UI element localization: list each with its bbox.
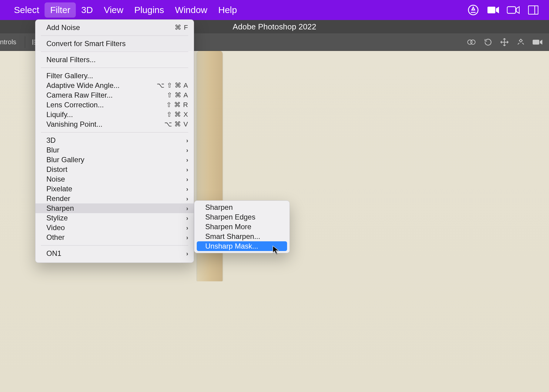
creative-cloud-icon[interactable]	[466, 3, 480, 17]
menu-view[interactable]: View	[98, 2, 129, 18]
video-record-icon[interactable]	[529, 39, 549, 46]
menu-item-label: Liquify...	[46, 110, 73, 119]
menu-item-shortcut: ⌥ ⇧ ⌘ A	[157, 82, 188, 89]
menu-item-shortcut: ⌥ ⌘ V	[164, 120, 188, 128]
scale-icon[interactable]	[513, 38, 529, 47]
menu-separator	[41, 132, 188, 132]
chevron-right-icon: ›	[186, 250, 188, 257]
svg-rect-2	[533, 40, 539, 45]
menu-item-label: Convert for Smart Filters	[46, 39, 126, 48]
menu-item-camera-raw[interactable]: Camera Raw Filter... ⇧ ⌘ A	[35, 90, 194, 100]
menu-item-video[interactable]: Video›	[35, 223, 194, 233]
svg-rect-5	[507, 7, 516, 13]
menu-item-label: Distort	[46, 165, 67, 174]
menu-help[interactable]: Help	[213, 2, 243, 18]
chevron-right-icon: ›	[186, 147, 188, 154]
menu-item-sharpen[interactable]: Sharpen›	[35, 203, 194, 213]
menu-item-label: Filter Gallery...	[46, 72, 93, 80]
submenu-item-unsharp-mask[interactable]: Unsharp Mask...	[197, 241, 287, 251]
menu-item-label: Stylize	[46, 214, 68, 222]
menu-item-label: ON1	[46, 249, 61, 258]
menu-item-label: Video	[46, 223, 65, 232]
menu-item-blur[interactable]: Blur›	[35, 145, 194, 155]
rotate-icon[interactable]	[480, 38, 496, 47]
menu-item-other[interactable]: Other›	[35, 233, 194, 242]
submenu-item-sharpen-edges[interactable]: Sharpen Edges	[197, 212, 287, 222]
menu-item-blur-gallery[interactable]: Blur Gallery›	[35, 155, 194, 165]
menu-item-vanishing-point[interactable]: Vanishing Point... ⌥ ⌘ V	[35, 119, 194, 129]
menu-item-on1[interactable]: ON1›	[35, 249, 194, 258]
menu-separator	[41, 245, 188, 246]
submenu-item-smart-sharpen[interactable]: Smart Sharpen...	[197, 232, 287, 241]
menu-item-add-noise[interactable]: Add Noise ⌘ F	[35, 23, 194, 32]
menu-item-label: Sharpen More	[205, 223, 251, 231]
menu-select[interactable]: Select	[8, 2, 45, 18]
menu-item-convert-smart-filters[interactable]: Convert for Smart Filters	[35, 39, 194, 49]
svg-rect-4	[487, 7, 495, 13]
menu-item-shortcut: ⇧ ⌘ A	[167, 91, 188, 99]
menu-item-label: Unsharp Mask...	[205, 242, 258, 250]
menu-separator	[41, 35, 188, 36]
chevron-right-icon: ›	[186, 176, 188, 183]
move-icon[interactable]	[496, 38, 513, 47]
menu-3d[interactable]: 3D	[76, 2, 98, 18]
chevron-right-icon: ›	[186, 156, 188, 163]
menu-item-label: Other	[46, 233, 65, 242]
menu-plugins[interactable]: Plugins	[129, 2, 169, 18]
videocam-icon[interactable]	[506, 3, 521, 17]
menu-item-label: Sharpen	[205, 203, 233, 212]
chevron-right-icon: ›	[186, 186, 188, 193]
menu-item-noise[interactable]: Noise›	[35, 174, 194, 184]
menu-item-shortcut: ⇧ ⌘ R	[166, 101, 188, 109]
menu-item-label: Noise	[46, 175, 65, 183]
svg-point-1	[471, 40, 475, 44]
transform-warp-icon[interactable]	[463, 38, 480, 47]
menu-item-label: Add Noise	[46, 23, 80, 32]
divider	[25, 36, 25, 48]
menu-item-3d[interactable]: 3D›	[35, 136, 194, 145]
menu-item-label: Neural Filters...	[46, 55, 96, 64]
menu-filter[interactable]: Filter	[45, 2, 76, 18]
chevron-right-icon: ›	[186, 166, 188, 173]
menu-item-label: Smart Sharpen...	[205, 232, 260, 241]
menu-bar[interactable]: Select Filter 3D View Plugins Window Hel…	[0, 0, 549, 20]
menu-item-render[interactable]: Render›	[35, 194, 194, 203]
menu-item-label: Render	[46, 194, 70, 203]
chevron-right-icon: ›	[186, 137, 188, 144]
submenu-item-sharpen[interactable]: Sharpen	[197, 203, 287, 212]
filter-menu-dropdown[interactable]: Add Noise ⌘ F Convert for Smart Filters …	[35, 19, 194, 263]
menu-item-label: Sharpen Edges	[205, 213, 255, 221]
menu-item-shortcut: ⇧ ⌘ X	[166, 111, 188, 119]
chevron-right-icon: ›	[186, 205, 188, 212]
menu-separator	[41, 52, 188, 52]
menu-item-liquify[interactable]: Liquify... ⇧ ⌘ X	[35, 110, 194, 119]
menu-item-label: 3D	[46, 136, 56, 145]
menu-separator	[41, 68, 188, 68]
app-title: Adobe Photoshop 2022	[233, 22, 316, 32]
chevron-right-icon: ›	[186, 234, 188, 241]
menu-item-lens-correction[interactable]: Lens Correction... ⇧ ⌘ R	[35, 100, 194, 110]
menu-item-shortcut: ⌘ F	[175, 24, 188, 32]
panel-icon[interactable]	[526, 3, 541, 17]
svg-rect-6	[528, 6, 538, 14]
menu-item-label: Pixelate	[46, 185, 72, 193]
menu-window[interactable]: Window	[169, 2, 213, 18]
chevron-right-icon: ›	[186, 215, 188, 222]
menu-item-label: Blur Gallery	[46, 156, 84, 164]
menu-item-label: Blur	[46, 146, 59, 154]
menu-item-neural-filters[interactable]: Neural Filters...	[35, 55, 194, 65]
sharpen-submenu[interactable]: Sharpen Sharpen Edges Sharpen More Smart…	[194, 200, 290, 253]
menu-item-label: Lens Correction...	[46, 101, 104, 109]
chevron-right-icon: ›	[186, 195, 188, 202]
menu-item-filter-gallery[interactable]: Filter Gallery...	[35, 71, 194, 81]
menu-item-stylize[interactable]: Stylize›	[35, 213, 194, 223]
options-label-fragment: ntrols	[0, 38, 21, 46]
menu-item-adaptive-wide-angle[interactable]: Adaptive Wide Angle... ⌥ ⇧ ⌘ A	[35, 81, 194, 90]
chevron-right-icon: ›	[186, 224, 188, 231]
menu-item-label: Vanishing Point...	[46, 120, 102, 129]
camera-icon[interactable]	[486, 3, 500, 17]
menu-item-distort[interactable]: Distort›	[35, 165, 194, 174]
menu-item-label: Adaptive Wide Angle...	[46, 81, 119, 90]
submenu-item-sharpen-more[interactable]: Sharpen More	[197, 222, 287, 232]
menu-item-pixelate[interactable]: Pixelate›	[35, 184, 194, 194]
